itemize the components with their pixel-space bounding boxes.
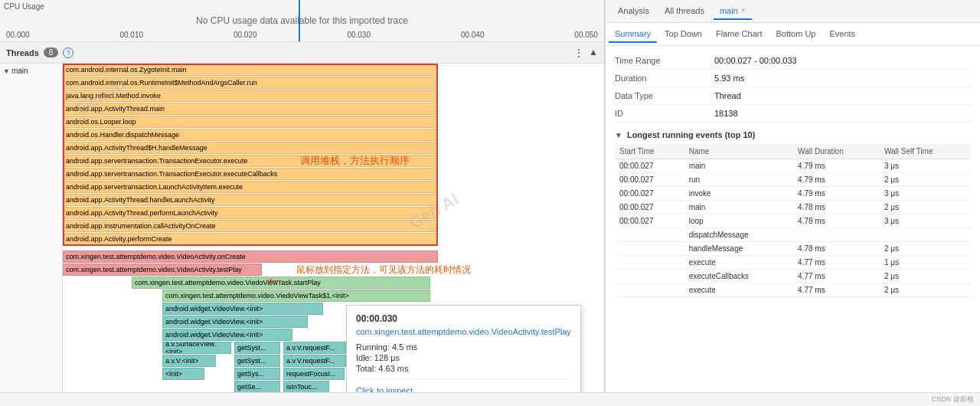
timerange-label: Time Range xyxy=(615,56,714,65)
right-panel: Analysis All threads main × Summary Top … xyxy=(605,0,980,392)
table-row[interactable]: execute 4.77 ms 1 μs xyxy=(615,256,971,270)
flame-block-testplay[interactable]: com.xingen.test.attemptdemo.video.VideoA… xyxy=(63,264,262,276)
flame-block[interactable]: android.app.ActivityThread.main xyxy=(63,103,438,115)
flame-block[interactable]: android.app.servertransaction.LaunchActi… xyxy=(63,181,438,193)
flame-block[interactable]: com.xingen.test.attemptdemo.video.ViedoV… xyxy=(132,277,430,289)
flame-block[interactable]: com.xingen.test.attemptdemo.video.ViedoV… xyxy=(162,290,430,302)
expand-icon[interactable]: ▼ xyxy=(3,67,10,75)
table-row[interactable]: handleMessage 4.78 ms 2 μs xyxy=(615,242,971,256)
info-row-timerange: Time Range 00:00.027 - 00:00.033 xyxy=(615,52,971,70)
time-markers: 00.000 00.010 00.020 00.030 00.040 00.05… xyxy=(0,31,604,39)
cell-wall-self: 2 μs xyxy=(880,201,971,214)
datatype-label: Data Type xyxy=(615,91,714,100)
more-options-icon[interactable]: ⋮ xyxy=(573,47,584,59)
tooltip-running: Running: 4.5 ms xyxy=(356,342,571,352)
flame-block[interactable]: a.v.V.<init> xyxy=(162,355,216,367)
table-row[interactable]: execute 4.77 ms 2 μs xyxy=(615,283,971,297)
flame-block[interactable]: android.os.Handler.dispatchMessage xyxy=(63,129,438,141)
flame-block[interactable]: android.app.ActivityThread.performLaunch… xyxy=(63,207,438,219)
longest-section-header[interactable]: ▼ Longest running events (top 10) xyxy=(615,123,971,144)
cpu-label: CPU Usage xyxy=(4,2,44,11)
flame-block[interactable]: com.android.internal.os.ZygoteInit.main xyxy=(63,64,438,76)
info-row-datatype: Data Type Thread xyxy=(615,87,971,105)
tab-main-close[interactable]: × xyxy=(741,6,746,15)
table-row[interactable]: 00:00.027 main 4.78 ms 2 μs xyxy=(615,201,971,214)
tab-main-label: main xyxy=(720,6,738,15)
flame-block[interactable]: getSe... xyxy=(234,381,280,392)
threads-count-badge: 8 xyxy=(44,47,59,57)
subtab-topdown[interactable]: Top Down xyxy=(658,26,708,43)
flame-block[interactable]: a.v.SurfaceView.<init> xyxy=(162,342,231,354)
col-wall-duration: Wall Duration xyxy=(793,144,880,159)
flame-block[interactable]: android.widget.VideoView.<init> xyxy=(162,316,308,328)
cell-wall-self: 1 μs xyxy=(880,256,971,270)
flame-block[interactable]: android.app.servertransaction.Transactio… xyxy=(63,155,438,167)
table-row[interactable]: dispatchMessage xyxy=(615,228,971,242)
flame-block[interactable]: android.app.Instrumentation.callActivity… xyxy=(63,220,438,232)
flame-block[interactable]: android.widget.VideoView.<init> xyxy=(162,303,323,315)
flame-block[interactable]: isInTouc... xyxy=(283,381,329,392)
flame-block[interactable]: android.os.Looper.loop xyxy=(63,116,438,128)
table-row[interactable]: 00:00.027 main 4.79 ms 3 μs xyxy=(615,159,971,173)
cell-starttime: 00:00.027 xyxy=(615,214,684,228)
cpu-usage-area: CPU Usage No CPU usage data available fo… xyxy=(0,0,604,42)
flame-block[interactable]: android.app.ActivityThread.handleLaunchA… xyxy=(63,194,438,206)
cell-name: invoke xyxy=(684,187,793,201)
time-1: 00.010 xyxy=(119,31,143,39)
hover-tooltip: 00:00.030 com.xingen.test.attemptdemo.vi… xyxy=(346,305,581,392)
cell-wall-dur: 4.77 ms xyxy=(793,270,880,283)
threads-help-icon[interactable]: ? xyxy=(63,47,74,58)
cell-wall-self: 3 μs xyxy=(880,187,971,201)
flame-block[interactable]: android.app.servertransaction.Transactio… xyxy=(63,168,438,180)
tooltip-inspect[interactable]: Click to inspect xyxy=(356,386,571,392)
id-label: ID xyxy=(615,109,714,118)
subtab-events[interactable]: Events xyxy=(823,26,861,43)
playhead-line xyxy=(299,0,300,41)
tab-analysis[interactable]: Analysis xyxy=(612,3,655,20)
cell-starttime: 00:00.027 xyxy=(615,201,684,214)
cell-wall-dur: 4.77 ms xyxy=(793,283,880,297)
flame-block[interactable]: a.v.V.requestF... xyxy=(283,355,346,367)
cell-wall-dur: 4.78 ms xyxy=(793,214,880,228)
cell-starttime xyxy=(615,283,684,297)
flame-block[interactable]: android.widget.VideoView.<init> xyxy=(162,329,292,341)
collapse-icon[interactable]: ▲ xyxy=(589,47,598,59)
flame-block[interactable]: android.app.ActivityThread$H.handleMessa… xyxy=(63,142,438,154)
flame-block[interactable]: <init> xyxy=(162,368,204,380)
cell-name: run xyxy=(684,173,793,187)
tooltip-total: Total: 4.63 ms xyxy=(356,364,571,373)
table-row[interactable]: 00:00.027 loop 4.78 ms 3 μs xyxy=(615,214,971,228)
time-2: 00.020 xyxy=(234,31,257,39)
cell-name: loop xyxy=(684,214,793,228)
flame-block[interactable]: com.android.internal.os.RuntimeInit$Meth… xyxy=(63,77,438,89)
flame-block[interactable]: android.app.Activity.performCreate xyxy=(63,233,438,245)
table-row[interactable]: 00:00.027 invoke 4.79 ms 3 μs xyxy=(615,187,971,201)
cell-starttime xyxy=(615,270,684,283)
flame-block[interactable]: getSyst... xyxy=(234,342,280,354)
col-name: Name xyxy=(684,144,793,159)
subtab-flamechart[interactable]: Flame Chart xyxy=(710,26,769,43)
cell-wall-dur: 4.79 ms xyxy=(793,173,880,187)
cell-wall-self: 3 μs xyxy=(880,159,971,173)
cell-starttime: 00:00.027 xyxy=(615,159,684,173)
col-wall-self-time: Wall Self Time xyxy=(880,144,971,159)
flame-block[interactable]: requestFocusI... xyxy=(283,368,345,380)
cell-starttime xyxy=(615,256,684,270)
main-thread-label: main xyxy=(11,67,28,75)
subtab-summary[interactable]: Summary xyxy=(609,26,657,43)
tab-main[interactable]: main × xyxy=(714,3,752,20)
flame-block[interactable]: java.lang.reflect.Method.invoke xyxy=(63,90,438,102)
flame-block[interactable]: a.v.V.requestF... xyxy=(283,342,346,354)
flame-block[interactable]: com.xingen.test.attemptdemo.video.VideoA… xyxy=(63,250,438,263)
flame-block[interactable]: getSyst... xyxy=(234,355,280,367)
flame-chart-area[interactable]: com.android.internal.os.ZygoteInit.main … xyxy=(63,64,604,392)
table-row[interactable]: 00:00.027 run 4.79 ms 2 μs xyxy=(615,173,971,187)
table-row[interactable]: executeCallbacks 4.77 ms 2 μs xyxy=(615,270,971,283)
flame-block[interactable]: getSys... xyxy=(234,368,280,380)
subtab-bottomup[interactable]: Bottom Up xyxy=(770,26,822,43)
cell-name: handleMessage xyxy=(684,242,793,256)
time-5: 00.050 xyxy=(574,31,598,39)
cell-wall-dur xyxy=(793,228,880,242)
tab-all-threads[interactable]: All threads xyxy=(658,3,710,20)
cell-starttime xyxy=(615,242,684,256)
